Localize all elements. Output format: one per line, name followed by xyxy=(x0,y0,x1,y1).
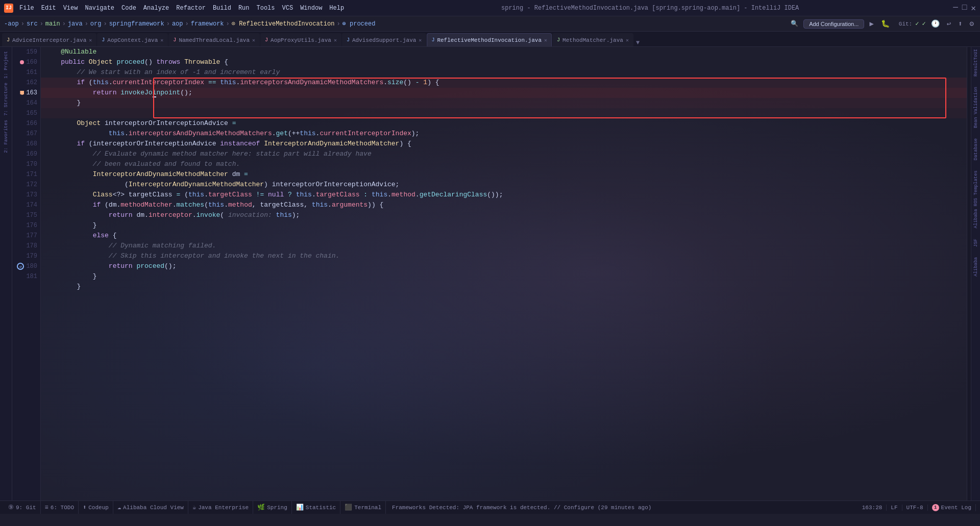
menu-window[interactable]: Window xyxy=(297,4,325,13)
status-message: Frameworks Detected: JPA framework is de… xyxy=(386,505,858,511)
menu-code[interactable]: Code xyxy=(118,4,139,13)
right-sidebar-resulttoui[interactable]: ResultToUI xyxy=(973,49,978,77)
gutter-173: 173 xyxy=(12,190,40,200)
menu-build[interactable]: Build xyxy=(210,4,234,13)
tab-aop-context[interactable]: J AopContext.java ✕ xyxy=(97,33,168,46)
debug-button[interactable]: 🐛 xyxy=(879,18,892,29)
terminal-icon: ⬛ xyxy=(345,504,352,511)
git-status-item[interactable]: ⑨ 9: Git xyxy=(4,501,41,514)
breadcrumb-java[interactable]: java xyxy=(68,20,83,28)
tab-reflective-method[interactable]: J ReflectiveMethodInvocation.java ✕ xyxy=(427,33,552,46)
rollback-icon[interactable]: ↩ xyxy=(945,18,953,29)
git-check1[interactable]: ✓ xyxy=(915,20,919,28)
favorites-panel-label[interactable]: 2: Favorites xyxy=(4,120,9,153)
breadcrumb-org[interactable]: org xyxy=(90,20,102,28)
reload-icon-180: ↺ xyxy=(17,263,24,270)
tab-close-reflective[interactable]: ✕ xyxy=(544,37,547,43)
tab-advice-interceptor[interactable]: J AdviceInterceptor.java ✕ xyxy=(2,33,96,46)
main-editor-area: 1: Project 7: Structure 2: Favorites 159… xyxy=(0,47,980,500)
tab-close-advice[interactable]: ✕ xyxy=(89,37,92,43)
breadcrumb-method[interactable]: ⊕ proceed xyxy=(342,20,376,28)
code-content: @Nullable public Object proceed() throws… xyxy=(41,47,967,292)
code-line-168: if (interceptorOrInterceptionAdvice inst… xyxy=(41,139,967,149)
tab-close-matcher[interactable]: ✕ xyxy=(626,37,629,43)
tab-named-thread[interactable]: J NamedThreadLocal.java ✕ xyxy=(168,33,260,46)
menu-edit[interactable]: Edit xyxy=(38,4,59,13)
project-panel-label[interactable]: 1: Project xyxy=(4,51,9,79)
code-editor[interactable]: @Nullable public Object proceed() throws… xyxy=(41,47,967,500)
tab-close-advised[interactable]: ✕ xyxy=(419,37,422,43)
minimize-button[interactable]: ─ xyxy=(953,3,958,13)
gutter-181: 181 xyxy=(12,271,40,282)
bookmark-163[interactable] xyxy=(20,91,24,95)
cursor-position[interactable]: 163:28 xyxy=(858,505,887,511)
breadcrumb-aop2[interactable]: aop xyxy=(172,20,183,28)
statistic-label: Statistic xyxy=(306,505,336,511)
gutter-180: ↺ 180 xyxy=(12,261,40,271)
search-icon[interactable]: 🔍 xyxy=(791,20,798,28)
event-log-item[interactable]: 1 Event Log xyxy=(928,504,976,511)
window-controls: ─ □ ✕ xyxy=(953,3,976,13)
gutter-165: 165 xyxy=(12,108,40,118)
push-icon[interactable]: ⬆ xyxy=(956,18,964,29)
breadcrumb-springframework[interactable]: springframework xyxy=(109,20,164,28)
enterprise-icon: ☕ xyxy=(192,504,196,511)
java-enterprise-status-item[interactable]: ☕ Java Enterprise xyxy=(188,501,253,514)
run-button[interactable]: ▶ xyxy=(867,18,875,29)
code-line-170: // been evaluated and found to match. xyxy=(41,159,967,169)
code-line-174: if (dm.methodMatcher.matches(this.method… xyxy=(41,200,967,210)
maximize-button[interactable]: □ xyxy=(962,3,967,13)
gutter-162: 162 xyxy=(12,78,40,88)
tab-aop-proxy[interactable]: J AopProxyUtils.java ✕ xyxy=(260,33,341,46)
history-icon[interactable]: 🕐 xyxy=(929,18,942,29)
statistic-status-item[interactable]: 📊 Statistic xyxy=(292,501,340,514)
codeup-status-item[interactable]: ⬆ Codeup xyxy=(79,501,113,514)
line-separator[interactable]: LF xyxy=(887,505,902,511)
gutter-159: 159 xyxy=(12,47,40,57)
menu-vcs[interactable]: VCS xyxy=(279,4,297,13)
menu-refactor[interactable]: Refactor xyxy=(173,4,209,13)
right-sidebar-alibaba-ros[interactable]: Alibaba ROS Templates xyxy=(973,170,978,228)
breadcrumb-main[interactable]: main xyxy=(45,20,60,28)
tab-close-proxy[interactable]: ✕ xyxy=(334,37,337,43)
breadcrumb-src[interactable]: src xyxy=(27,20,38,28)
right-sidebar-jsf[interactable]: JSF xyxy=(973,239,978,247)
structure-panel-label[interactable]: 7: Structure xyxy=(4,83,9,116)
debug-breakpoint-160[interactable] xyxy=(20,60,24,64)
breadcrumb-aop[interactable]: -aop xyxy=(4,20,19,28)
more-tabs-button[interactable]: ▼ xyxy=(636,39,640,46)
settings-icon[interactable]: ⚙ xyxy=(968,18,976,29)
tab-close-aop[interactable]: ✕ xyxy=(160,37,163,43)
right-sidebar-alibaba[interactable]: Alibaba xyxy=(973,257,978,277)
java-file-icon-2: J xyxy=(102,37,105,43)
menu-analyze[interactable]: Analyze xyxy=(140,4,172,13)
right-sidebar-bean-validation[interactable]: Bean Validation xyxy=(973,87,978,128)
alibaba-cloud-status-item[interactable]: ☁ Alibaba Cloud View xyxy=(113,501,188,514)
gutter-164: 164 xyxy=(12,98,40,108)
todo-status-item[interactable]: ≡ 6: TODO xyxy=(41,501,79,514)
breadcrumb-framework[interactable]: framework xyxy=(191,20,224,28)
git-check2[interactable]: ✓ xyxy=(922,20,925,28)
code-line-173: Class<?> targetClass = (this.targetClass… xyxy=(41,190,967,200)
event-count-badge: 1 xyxy=(932,504,939,511)
menu-help[interactable]: Help xyxy=(326,4,347,13)
menu-file[interactable]: File xyxy=(16,4,37,13)
todo-icon: ≡ xyxy=(45,504,48,511)
encoding[interactable]: UTF-8 xyxy=(902,505,928,511)
breadcrumb-class[interactable]: ⊙ ReflectiveMethodInvocation xyxy=(232,20,335,28)
tab-method-matcher[interactable]: J MethodMatcher.java ✕ xyxy=(552,33,633,46)
code-line-171: InterceptorAndDynamicMethodMatcher dm = xyxy=(41,169,967,180)
menu-tools[interactable]: Tools xyxy=(254,4,278,13)
close-button[interactable]: ✕ xyxy=(971,3,976,13)
terminal-status-item[interactable]: ⬛ Terminal xyxy=(340,501,386,514)
tab-close-thread[interactable]: ✕ xyxy=(252,37,255,43)
menu-view[interactable]: View xyxy=(60,4,81,13)
terminal-label: Terminal xyxy=(354,505,381,511)
enterprise-label: Java Enterprise xyxy=(198,505,249,511)
menu-navigate[interactable]: Navigate xyxy=(82,4,117,13)
spring-status-item[interactable]: 🌿 Spring xyxy=(253,501,292,514)
right-sidebar-database[interactable]: Database xyxy=(973,138,978,160)
tab-advised-support[interactable]: J AdvisedSupport.java ✕ xyxy=(342,33,426,46)
add-config-button[interactable]: Add Configuration... xyxy=(803,19,864,29)
menu-run[interactable]: Run xyxy=(235,4,253,13)
